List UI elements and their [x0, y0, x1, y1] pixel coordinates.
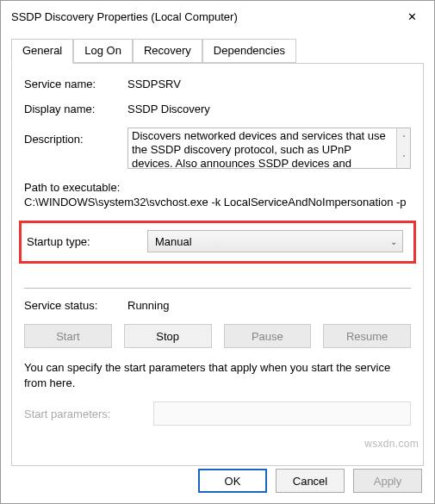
startup-type-label: Startup type: [27, 235, 139, 248]
close-button[interactable]: ✕ [395, 3, 429, 29]
start-parameters-row: Start parameters: [24, 401, 411, 426]
tab-panel-general: Service name: SSDPSRV Display name: SSDP… [11, 63, 424, 466]
client-area: General Log On Recovery Dependencies Ser… [1, 32, 434, 476]
service-status-row: Service status: Running [24, 299, 411, 312]
service-status-label: Service status: [24, 299, 127, 312]
service-name-row: Service name: SSDPSRV [24, 78, 411, 90]
titlebar: SSDP Discovery Properties (Local Compute… [1, 1, 434, 32]
parameters-hint: You can specify the start parameters tha… [24, 360, 411, 391]
apply-button: Apply [353, 469, 422, 493]
chevron-down-icon[interactable]: ˅ [397, 148, 410, 168]
service-name-value: SSDPSRV [127, 78, 411, 90]
service-name-label: Service name: [24, 78, 127, 90]
tab-dependencies[interactable]: Dependencies [202, 39, 296, 63]
ok-button[interactable]: OK [198, 469, 267, 493]
watermark: wsxdn.com [364, 438, 419, 450]
start-parameters-label: Start parameters: [24, 408, 153, 420]
dialog-buttons: OK Cancel Apply [198, 469, 422, 493]
startup-type-highlight: Startup type: Manual ⌄ [19, 221, 416, 264]
pause-button: Pause [224, 324, 312, 348]
display-name-row: Display name: SSDP Discovery [24, 103, 411, 115]
tab-strip: General Log On Recovery Dependencies [11, 39, 424, 63]
startup-type-dropdown[interactable]: Manual ⌄ [147, 230, 403, 252]
service-status-value: Running [127, 299, 411, 312]
start-parameters-input [153, 401, 411, 426]
description-row: Description: Discovers networked devices… [24, 128, 411, 169]
cancel-button[interactable]: Cancel [276, 469, 345, 493]
startup-type-value: Manual [155, 235, 192, 248]
chevron-up-icon[interactable]: ˄ [397, 128, 410, 148]
description-text[interactable]: Discovers networked devices and services… [128, 128, 396, 168]
close-icon: ✕ [407, 10, 417, 23]
tab-recovery[interactable]: Recovery [133, 39, 202, 63]
control-buttons: Start Stop Pause Resume [24, 324, 411, 348]
chevron-down-icon: ⌄ [390, 237, 397, 246]
window-title: SSDP Discovery Properties (Local Compute… [11, 10, 238, 23]
path-label: Path to executable: [24, 181, 411, 194]
resume-button: Resume [323, 324, 411, 348]
description-scroll[interactable]: ˄ ˅ [396, 128, 410, 168]
separator [24, 288, 411, 289]
properties-window: SSDP Discovery Properties (Local Compute… [0, 0, 435, 504]
description-box: Discovers networked devices and services… [127, 128, 411, 169]
path-value: C:\WINDOWS\system32\svchost.exe -k Local… [24, 196, 411, 208]
description-label: Description: [24, 128, 127, 146]
start-button: Start [24, 324, 112, 348]
display-name-value: SSDP Discovery [127, 103, 411, 115]
stop-button[interactable]: Stop [124, 324, 212, 348]
display-name-label: Display name: [24, 103, 127, 115]
tab-general[interactable]: General [11, 39, 73, 64]
tab-logon[interactable]: Log On [73, 39, 133, 63]
